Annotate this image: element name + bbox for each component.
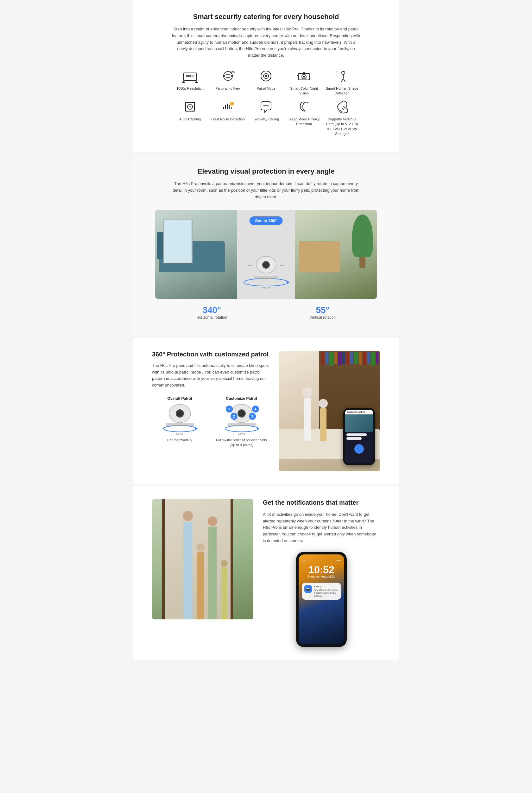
- svg-marker-63: [287, 280, 290, 284]
- svg-text:z: z: [308, 101, 309, 104]
- svg-marker-65: [195, 427, 197, 430]
- two-way-label: Two-Way Calling: [253, 117, 279, 122]
- resolution-icon: 1080P: [183, 69, 197, 84]
- svg-point-56: [267, 105, 268, 107]
- horizontal-label: Horizontal rotation: [196, 315, 227, 320]
- svg-point-46: [189, 106, 191, 107]
- notif-message: Smart Human Detection: a person is detec…: [314, 589, 339, 597]
- notification-title: Get the notifications that matter: [263, 499, 380, 506]
- patrol-label: Patrol Mode: [256, 86, 275, 91]
- patrol-title: 360° Protection with customized patrol: [152, 351, 269, 358]
- patrol-description: The H6c Pro pans and tilts automatically…: [152, 363, 269, 389]
- panoramic-section: Elevating visual protection in every ang…: [133, 154, 399, 335]
- phone-date: Tuesday, August 16: [302, 575, 341, 578]
- camera-device-center: ← → EZVIZ: [241, 252, 291, 290]
- phone-time: 10:52: [302, 565, 341, 575]
- overall-ezviz: EZVIZ: [161, 432, 199, 435]
- svg-rect-27: [337, 71, 342, 76]
- night-vision-label: Smart Color Night Vision: [287, 86, 321, 96]
- patrol-section: 360° Protection with customized patrol T…: [133, 338, 399, 484]
- patrol-diagrams: Overall Patrol EZVIZ: [152, 396, 269, 448]
- svg-point-54: [264, 105, 265, 107]
- svg-point-66: [225, 425, 258, 432]
- hero-section: Smart security catering for every househ…: [133, 0, 399, 152]
- see-360-badge: See in 360°: [249, 216, 283, 225]
- patrol-room-photo: Customize patrol: [279, 351, 380, 471]
- phone-status-icons: ●●●: [337, 559, 341, 562]
- hero-title: Smart security catering for every househ…: [139, 13, 393, 21]
- svg-rect-21: [303, 72, 305, 74]
- human-detection-icon: [335, 69, 349, 84]
- svg-point-55: [265, 105, 267, 107]
- feature-panoramic: 360 ° Panoramic View: [211, 69, 245, 96]
- overall-patrol-title: Overall Patrol: [152, 396, 207, 401]
- panoramic-label: Panoramic View: [215, 86, 240, 91]
- svg-point-64: [164, 425, 196, 432]
- feature-patrol: Patrol Mode: [249, 69, 283, 96]
- feature-auto-tracking: Auto-Tracking: [173, 99, 207, 136]
- features-row-1: 1080P 1080p Resolution 360 °: [155, 69, 377, 96]
- feature-resolution: 1080P 1080p Resolution: [173, 69, 207, 96]
- vertical-rotation: 55° Vertical rotation: [309, 305, 336, 320]
- feature-human-detection: Smart Human Shape Detection: [325, 69, 359, 96]
- hero-description: Step into a realm of enhanced indoor sec…: [171, 26, 361, 59]
- svg-point-12: [265, 75, 267, 77]
- blue-dot-button[interactable]: [354, 444, 364, 454]
- noise-detection-icon: !: [221, 99, 235, 114]
- family-photo: [152, 499, 253, 620]
- overall-patrol-diagram: Overall Patrol EZVIZ: [152, 396, 207, 448]
- human-detection-label: Smart Human Shape Detection: [325, 86, 359, 96]
- customize-ezviz: EZVIZ: [223, 432, 261, 435]
- notif-app-name: EZVIZ: [314, 585, 339, 588]
- notification-right-content: Get the notifications that matter A lot …: [263, 499, 380, 647]
- overall-patrol-caption: Pan horizontally: [152, 438, 207, 443]
- feature-storage: Supports MicroSD Card (Up to 512 GB) & E…: [325, 99, 359, 136]
- night-vision-icon: [297, 69, 311, 84]
- vertical-label: Vertical rotation: [309, 315, 336, 320]
- left-room-panel: [155, 210, 237, 299]
- feature-sleep-mode: z z Sleep Mode Privacy Protection: [287, 99, 321, 136]
- auto-tracking-label: Auto-Tracking: [179, 117, 201, 122]
- phone-status-time: 9:41: [302, 559, 307, 562]
- resolution-label: 1080p Resolution: [176, 86, 204, 91]
- notification-section: Get the notifications that matter A lot …: [133, 486, 399, 660]
- storage-label: Supports MicroSD Card (Up to 512 GB) & E…: [325, 117, 359, 136]
- customize-patrol-caption: Follow the order of pre-set points (Up t…: [214, 438, 269, 448]
- auto-tracking-icon: [183, 99, 197, 114]
- phone-notification-card: 📷 EZVIZ Smart Human Detection: a person …: [302, 583, 341, 600]
- sleep-mode-icon: z z: [297, 99, 311, 114]
- svg-rect-20: [297, 75, 298, 78]
- noise-detection-label: Loud Noise Detection: [211, 117, 245, 122]
- vertical-degrees: 55°: [309, 305, 336, 315]
- notification-layout: Get the notifications that matter A lot …: [152, 499, 380, 647]
- svg-point-19: [303, 76, 305, 78]
- panoramic-description: The H6c Pro unveils a panoramic vision o…: [171, 181, 361, 200]
- svg-text:!: !: [231, 102, 232, 106]
- panoramic-title: Elevating visual protection in every ang…: [139, 167, 393, 176]
- notification-description: A lot of activities go on inside your ho…: [263, 511, 380, 544]
- svg-line-60: [342, 108, 344, 110]
- panoramic-visual: ← → EZVIZ See in 360°: [155, 210, 377, 299]
- rotation-info: 340° Horizontal rotation 55° Vertical ro…: [155, 305, 377, 320]
- svg-text:1080P: 1080P: [186, 74, 195, 78]
- storage-icon: [335, 99, 349, 114]
- two-way-icon: [259, 99, 273, 114]
- customize-patrol-title: Customize Patrol: [214, 396, 269, 401]
- notification-phone: 9:41 ●●● 10:52 Tuesday, August 16 📷 EZVI…: [296, 552, 347, 647]
- patrol-left-content: 360° Protection with customized patrol T…: [152, 351, 269, 454]
- patrol-icon: [259, 69, 273, 84]
- svg-line-25: [341, 78, 343, 82]
- app-icon: 📷: [304, 585, 312, 593]
- svg-line-26: [343, 78, 345, 82]
- svg-point-62: [244, 278, 288, 286]
- feature-two-way: Two-Way Calling: [249, 99, 283, 136]
- customize-patrol-diagram: Customize Patrol 1 2 3 4: [214, 396, 269, 448]
- horizontal-degrees: 340°: [196, 305, 227, 315]
- svg-line-61: [343, 106, 345, 108]
- ezviz-label: EZVIZ: [262, 287, 270, 290]
- panoramic-icon: 360 °: [221, 69, 235, 84]
- app-phone-overlay: Customize patrol: [343, 408, 375, 465]
- svg-line-59: [340, 110, 342, 112]
- patrol-layout: 360° Protection with customized patrol T…: [152, 351, 380, 471]
- feature-night-vision: Smart Color Night Vision: [287, 69, 321, 96]
